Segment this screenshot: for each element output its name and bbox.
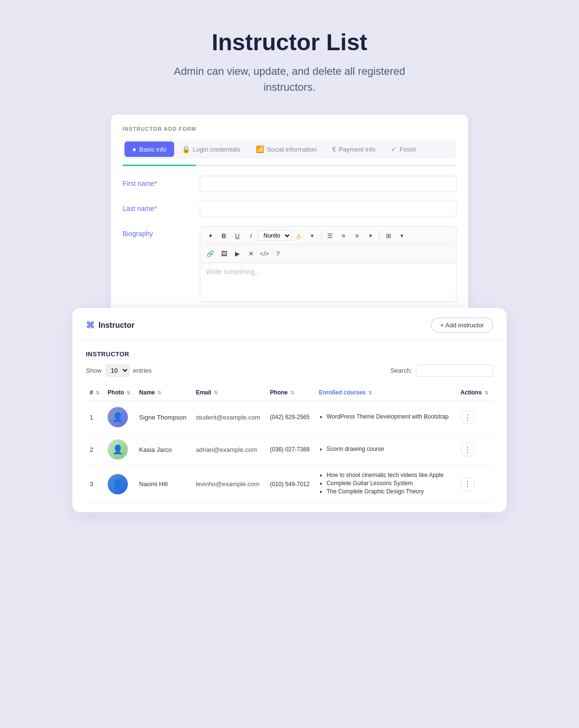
course-item: WordPress Theme Development with Bootstr… <box>327 413 453 420</box>
action-menu-button[interactable]: ⋮ <box>460 477 475 491</box>
cell-photo: 👤 <box>104 466 135 503</box>
tab-finish[interactable]: ✓ Finish <box>383 141 424 157</box>
show-label: Show <box>86 367 102 374</box>
data-table: # ⇅ Photo ⇅ Name ⇅ Email ⇅ Phone ⇅ <box>86 384 493 503</box>
toolbar-italic-btn[interactable]: I <box>245 229 257 242</box>
cell-num: 1 <box>86 401 104 434</box>
first-name-input[interactable] <box>200 176 456 192</box>
cell-courses: How to shoot cinematic tech videos like … <box>315 466 457 503</box>
tab-payment-info[interactable]: € Payment info <box>324 141 383 157</box>
course-item: Complete Guitar Lessons System <box>327 480 453 487</box>
biography-editor[interactable]: ✦ B U I Nunito A ▼ ☰ ≡ ≡ ▼ ⊞ ▼ 🔗 🖼 <box>200 226 456 302</box>
table-row: 1👤Signe Thompsonstudent@example.com(042)… <box>86 401 493 434</box>
search-input[interactable] <box>416 364 493 377</box>
instructor-list-card: ⌘ Instructor + Add instructor INSTRUCTOR… <box>72 308 507 512</box>
toolbar-underline-btn[interactable]: U <box>231 229 244 242</box>
search-label: Search: <box>390 367 412 374</box>
avatar: 👤 <box>108 407 128 427</box>
last-name-input[interactable] <box>200 201 456 217</box>
sort-actions-icon: ⇅ <box>484 390 488 395</box>
col-enrolled: Enrolled courses ⇅ <box>315 384 457 401</box>
first-name-field: First name* <box>123 176 456 192</box>
course-item: How to shoot cinematic tech videos like … <box>327 472 453 478</box>
toolbar-magic-btn[interactable]: ✦ <box>204 229 217 242</box>
page-title: Instructor List <box>169 29 410 56</box>
biography-label: Biography <box>123 226 200 238</box>
wifi-icon: 📶 <box>256 145 264 153</box>
toolbar-media-btn[interactable]: ▶ <box>231 247 244 260</box>
cell-name: Naomi Hill <box>135 466 192 503</box>
action-menu-button[interactable]: ⋮ <box>460 442 475 457</box>
sort-name-icon: ⇅ <box>157 390 161 395</box>
toolbar-code-btn[interactable]: </> <box>258 247 271 260</box>
page-subtitle: Admin can view, update, and delete all r… <box>169 63 410 95</box>
col-name: Name ⇅ <box>135 384 192 401</box>
progress-bar <box>123 165 456 166</box>
table-section-title: INSTRUCTOR <box>86 350 493 358</box>
cell-photo: 👤 <box>104 434 135 466</box>
course-item: Scorm drawing course <box>327 446 453 452</box>
brand-label: Instructor <box>98 321 135 330</box>
table-header: # ⇅ Photo ⇅ Name ⇅ Email ⇅ Phone ⇅ <box>86 384 493 401</box>
show-entries: Show 10 25 50 entries <box>86 364 152 377</box>
cell-email: student@example.com <box>192 401 266 434</box>
table-body: 1👤Signe Thompsonstudent@example.com(042)… <box>86 401 493 503</box>
font-select[interactable]: Nunito <box>258 230 291 241</box>
cell-name: Kasia Jarco <box>135 434 192 466</box>
header-row: # ⇅ Photo ⇅ Name ⇅ Email ⇅ Phone ⇅ <box>86 384 493 401</box>
avatar: 👤 <box>108 439 128 460</box>
cell-courses: WordPress Theme Development with Bootstr… <box>315 401 457 434</box>
toolbar-link-btn[interactable]: 🔗 <box>204 247 217 260</box>
sort-num-icon: ⇅ <box>96 390 99 395</box>
tab-login-credentials[interactable]: 🔒 Login credentials <box>174 141 248 157</box>
toolbar-olist-btn[interactable]: ≡ <box>337 229 350 242</box>
col-email: Email ⇅ <box>192 384 266 401</box>
col-num: # ⇅ <box>86 384 104 401</box>
lock-icon: 🔒 <box>182 145 190 153</box>
toolbar-bold-btn[interactable]: B <box>218 229 230 242</box>
cell-phone: (036) 027-7388 <box>266 434 315 466</box>
toolbar-align-btn[interactable]: ≡ <box>351 229 363 242</box>
tab-social-label: Social information <box>267 146 317 153</box>
tab-social-information[interactable]: 📶 Social information <box>248 141 324 157</box>
brand-icon: ⌘ <box>86 320 95 331</box>
table-section: INSTRUCTOR Show 10 25 50 entries Search: <box>72 341 507 512</box>
tab-payment-label: Payment info <box>339 146 375 153</box>
editor-toolbar: ✦ B U I Nunito A ▼ ☰ ≡ ≡ ▼ ⊞ ▼ 🔗 🖼 <box>200 226 456 263</box>
sort-enrolled-icon: ⇅ <box>368 390 372 395</box>
sort-email-icon: ⇅ <box>214 390 218 395</box>
avatar-icon: 👤 <box>108 407 128 427</box>
toolbar-color-arrow-btn[interactable]: ▼ <box>306 229 318 242</box>
editor-body[interactable]: Write something... <box>200 263 456 302</box>
entries-select[interactable]: 10 25 50 <box>106 364 129 377</box>
toolbar-sep-2 <box>379 231 380 240</box>
avatar-icon: 👤 <box>108 474 128 494</box>
cell-num: 3 <box>86 466 104 503</box>
toolbar-list-btn[interactable]: ☰ <box>324 229 336 242</box>
action-menu-button[interactable]: ⋮ <box>460 410 475 424</box>
tab-basic-info[interactable]: ● Basic info <box>124 141 174 157</box>
table-controls: Show 10 25 50 entries Search: <box>86 364 493 377</box>
cell-email: levinho@example.com <box>192 466 266 503</box>
toolbar-align-arrow-btn[interactable]: ▼ <box>364 229 377 242</box>
toolbar-table-arrow-btn[interactable]: ▼ <box>396 229 408 242</box>
tab-basic-info-label: Basic info <box>139 146 166 153</box>
toolbar-clear-btn[interactable]: ✕ <box>245 247 257 260</box>
toolbar-image-btn[interactable]: 🖼 <box>218 247 230 260</box>
course-item: The Complete Graphic Design Theory <box>327 488 453 495</box>
last-name-label: Last name* <box>123 201 200 212</box>
toolbar-table-btn[interactable]: ⊞ <box>382 229 395 242</box>
add-instructor-button[interactable]: + Add instructor <box>431 318 493 333</box>
tab-login-label: Login credentials <box>193 146 240 153</box>
toolbar-help-btn[interactable]: ? <box>272 247 284 260</box>
check-icon: ✓ <box>391 145 397 153</box>
first-name-required: * <box>154 180 157 187</box>
page-header: Instructor List Admin can view, update, … <box>169 29 410 95</box>
last-name-field: Last name* <box>123 201 456 217</box>
cell-actions: ⋮ <box>456 434 493 466</box>
table-row: 3👤Naomi Hilllevinho@example.com(010) 549… <box>86 466 493 503</box>
basic-info-icon: ● <box>132 145 136 153</box>
euro-icon: € <box>332 145 336 153</box>
avatar-icon: 👤 <box>108 439 128 460</box>
toolbar-color-btn[interactable]: A <box>292 229 305 242</box>
